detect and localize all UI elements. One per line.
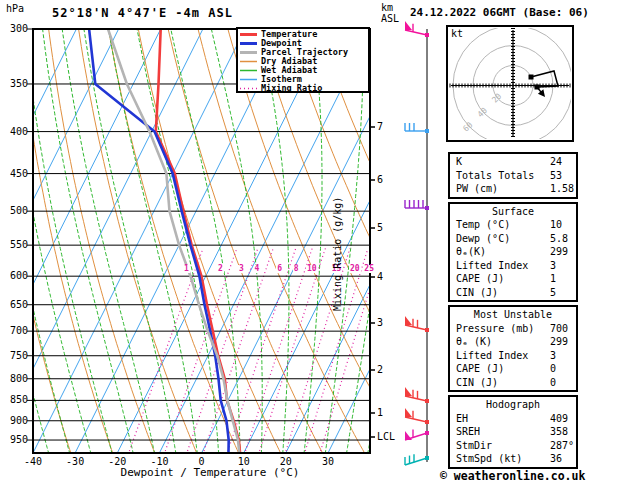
legend-line-swatch (240, 58, 257, 65)
stat-value: 299 (550, 335, 568, 349)
stat-value: 0 (550, 362, 556, 376)
legend-row: Wet Adiabat (240, 66, 368, 75)
stat-label: θₑ(K) (456, 246, 486, 257)
legend-row: Temperature (240, 30, 368, 39)
stat-value: 287° (550, 439, 574, 453)
lcl-label: LCL (377, 431, 395, 442)
pressure-tick-label: 450 (2, 168, 28, 179)
mixing-ratio-value-label: 10 (306, 265, 318, 273)
indices-box: K24Totals Totals53PW (cm)1.58 (448, 152, 578, 199)
stat-label: SREH (456, 426, 480, 437)
pressure-tick-label: 550 (2, 239, 28, 250)
surface-row: Temp (°C)10 (450, 218, 576, 232)
stat-label: CIN (J) (456, 287, 498, 298)
station-title: 52°18'N 4°47'E -4m ASL (52, 6, 233, 20)
surface-row: CAPE (J)1 (450, 272, 576, 286)
stat-value: 409 (550, 412, 568, 426)
stat-label: Pressure (mb) (456, 323, 534, 334)
stat-value: 5.8 (550, 232, 568, 246)
most-unstable-row: CAPE (J)0 (450, 362, 576, 376)
stat-value: 358 (550, 425, 568, 439)
pressure-tick-label: 650 (2, 299, 28, 310)
wind-barb (405, 387, 429, 403)
stat-value: 24 (550, 155, 562, 169)
stat-label: Dewp (°C) (456, 233, 510, 244)
pressure-tick-label: 350 (2, 78, 28, 89)
stat-value: 53 (550, 169, 562, 183)
pressure-tick-label: 500 (2, 205, 28, 216)
km-tick-label: 6 (377, 174, 383, 185)
altitude-axis-unit: km ASL (381, 2, 399, 24)
surface-row: Lifted Index3 (450, 259, 576, 273)
wind-barb (405, 200, 429, 210)
surface-row: θₑ(K)299 (450, 245, 576, 259)
surface-box: SurfaceTemp (°C)10Dewp (°C)5.8θₑ(K)299Li… (448, 202, 578, 303)
hodograph: 204060 (447, 23, 576, 149)
stat-value: 3 (550, 349, 556, 363)
mixing-ratio-axis-title: Mixing Ratio (g/kg) (332, 297, 343, 311)
wind-barb (405, 408, 429, 424)
legend-line-swatch (240, 31, 257, 38)
hodograph-stats-title: Hodograph (450, 398, 576, 412)
pressure-tick-label: 850 (2, 394, 28, 405)
wind-barb-staff (405, 21, 429, 465)
surface-row: Dewp (°C)5.8 (450, 232, 576, 246)
stat-value: 299 (550, 245, 568, 259)
stat-label: Lifted Index (456, 260, 528, 271)
wind-barb (405, 123, 429, 133)
legend-row: Mixing Ratio (240, 84, 368, 93)
pressure-tick-label: 600 (2, 270, 28, 281)
pressure-tick-label: 900 (2, 415, 28, 426)
wind-barb (405, 316, 429, 332)
legend-line-swatch (240, 40, 257, 47)
mixing-ratio-value-label: 20 (349, 265, 361, 273)
indices-row: K24 (450, 155, 576, 169)
stat-label: CIN (J) (456, 377, 498, 388)
pressure-tick-label: 950 (2, 434, 28, 445)
most-unstable-box: Most UnstablePressure (mb)700θₑ (K)299Li… (448, 305, 578, 392)
pressure-tick-label: 300 (2, 23, 28, 34)
temp-tick-label: -30 (58, 456, 92, 467)
legend-line-swatch (240, 76, 257, 83)
pressure-axis-unit: hPa (6, 3, 24, 14)
hodograph-stats-row: StmSpd (kt)36 (450, 452, 576, 466)
stat-value: 5 (550, 286, 556, 300)
stat-label: PW (cm) (456, 183, 498, 194)
km-tick-label: 2 (377, 364, 383, 375)
pressure-tick-label: 750 (2, 350, 28, 361)
most-unstable-row: θₑ (K)299 (450, 335, 576, 349)
stat-value: 10 (550, 218, 562, 232)
hodograph-stats-row: EH409 (450, 412, 576, 426)
most-unstable-row: Pressure (mb)700 (450, 322, 576, 336)
mixing-ratio-value-label: 25 (363, 265, 375, 273)
mixing-ratio-value-label: 2 (217, 265, 224, 273)
mixing-ratio-value-label: 4 (254, 265, 261, 273)
stat-value: 700 (550, 322, 568, 336)
stat-label: StmDir (456, 440, 492, 451)
stat-value: 0 (550, 376, 556, 390)
surface-title: Surface (450, 205, 576, 219)
surface-row: CIN (J)5 (450, 286, 576, 300)
stat-label: Totals Totals (456, 170, 534, 181)
indices-row: Totals Totals53 (450, 169, 576, 183)
stat-label: K (456, 156, 462, 167)
stat-label: Temp (°C) (456, 219, 510, 230)
stat-label: CAPE (J) (456, 273, 504, 284)
stat-label: θₑ (K) (456, 336, 492, 347)
mixing-ratio-value-label: 3 (238, 265, 245, 273)
stat-value: 3 (550, 259, 556, 273)
mixing-ratio-value-label: 6 (276, 265, 283, 273)
copyright-watermark: © weatheronline.co.uk (440, 469, 585, 483)
pressure-tick-label: 700 (2, 325, 28, 336)
km-tick-label: 5 (377, 222, 383, 233)
legend-label: Mixing Ratio (261, 84, 322, 93)
hodograph-unit-label: kt (451, 28, 463, 39)
wind-barb (405, 454, 429, 465)
temp-axis-title: Dewpoint / Temperature (°C) (90, 466, 330, 479)
stat-label: EH (456, 413, 468, 424)
most-unstable-title: Most Unstable (450, 308, 576, 322)
mixing-ratio-value-label: 8 (293, 265, 300, 273)
mixing-ratio-value-label: 1 (183, 265, 190, 273)
run-datetime: 24.12.2022 06GMT (Base: 06) (410, 6, 589, 19)
km-tick-label: 3 (377, 317, 383, 328)
